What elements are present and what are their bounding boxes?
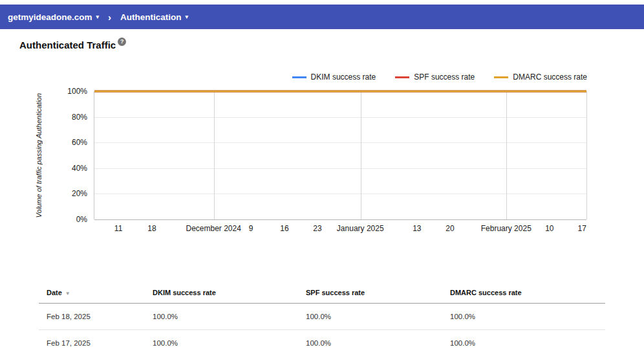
- domain-selector-label: getmyideadone.com: [8, 12, 92, 22]
- x-axis-labels: 1118December 202491623January 20251320Fe…: [94, 224, 586, 233]
- help-question-mark: ?: [120, 39, 124, 45]
- x-tick-label: 18: [147, 224, 156, 233]
- chevron-down-icon: ▾: [96, 14, 100, 20]
- help-icon[interactable]: ?: [118, 38, 126, 46]
- table-row: Feb 18, 2025100.0%100.0%100.0%: [39, 304, 605, 330]
- x-tick-label: 13: [413, 224, 421, 233]
- legend-item: DKIM success rate: [292, 72, 376, 82]
- legend-swatch: [494, 76, 508, 78]
- legend-swatch: [292, 76, 306, 78]
- x-tick-label: 20: [445, 224, 454, 233]
- x-tick-label: December 2024: [186, 224, 241, 233]
- table-row: Feb 17, 2025100.0%100.0%100.0%: [39, 330, 605, 356]
- x-tick-label: 23: [313, 224, 321, 233]
- section-selector[interactable]: Authentication ▾: [120, 12, 188, 22]
- y-tick-label: 60%: [72, 138, 87, 147]
- chart-plot: [94, 91, 586, 219]
- domain-selector[interactable]: getmyideadone.com ▾: [8, 12, 99, 22]
- table-cell: 100.0%: [153, 313, 306, 320]
- topbar: getmyideadone.com ▾ › Authentication ▾: [0, 5, 644, 29]
- table-cell: Feb 18, 2025: [47, 313, 153, 320]
- y-tick-label: 80%: [72, 113, 87, 122]
- x-tick-label: 17: [577, 224, 586, 233]
- column-header[interactable]: Date▼: [47, 289, 153, 296]
- table-cell: 100.0%: [306, 339, 450, 347]
- y-axis-title-text: Volume of traffic passing Authentication: [35, 93, 43, 217]
- table-body: Feb 18, 2025100.0%100.0%100.0%Feb 17, 20…: [39, 304, 605, 356]
- x-tick-label: 11: [114, 224, 122, 233]
- chart-legend: DKIM success rateSPF success rateDMARC s…: [292, 72, 587, 82]
- legend-item: DMARC success rate: [494, 72, 587, 82]
- column-header[interactable]: SPF success rate: [306, 289, 450, 296]
- sort-descending-icon[interactable]: ▼: [65, 291, 70, 296]
- h-gridline: [94, 219, 586, 220]
- x-tick-label: January 2025: [337, 224, 384, 233]
- table-cell: 100.0%: [450, 313, 605, 320]
- section-selector-label: Authentication: [120, 12, 182, 22]
- y-tick-label: 20%: [72, 189, 87, 198]
- legend-label: SPF success rate: [414, 72, 475, 82]
- x-tick-label: 9: [249, 224, 253, 233]
- table-header-row: Date▼DKIM success rateSPF success rateDM…: [39, 282, 605, 304]
- y-tick-label: 0%: [76, 215, 87, 224]
- table-cell: 100.0%: [306, 313, 450, 320]
- y-axis-title: Volume of traffic passing Authentication: [34, 91, 44, 219]
- y-tick-label: 100%: [67, 87, 87, 96]
- legend-swatch: [395, 76, 409, 78]
- x-tick-label: 10: [545, 224, 553, 233]
- breadcrumb-chevron-icon: ›: [108, 12, 111, 23]
- x-tick-label: 16: [280, 224, 288, 233]
- traffic-table: Date▼DKIM success rateSPF success rateDM…: [39, 282, 605, 356]
- page-title: Authenticated Traffic: [19, 39, 116, 50]
- table-cell: Feb 17, 2025: [47, 339, 153, 347]
- legend-item: SPF success rate: [395, 72, 475, 82]
- legend-label: DMARC success rate: [513, 72, 587, 82]
- table-cell: 100.0%: [450, 339, 605, 347]
- chevron-down-icon: ▾: [186, 14, 189, 20]
- y-axis-labels: 100%80%60%40%20%0%: [48, 91, 87, 219]
- legend-label: DKIM success rate: [311, 72, 376, 82]
- v-gridline: [586, 91, 587, 219]
- series-lines: [94, 91, 586, 219]
- page-title-row: Authenticated Traffic ?: [19, 39, 126, 50]
- table-cell: 100.0%: [153, 339, 306, 347]
- column-header[interactable]: DMARC success rate: [450, 289, 605, 296]
- x-tick-label: February 2025: [481, 224, 531, 233]
- y-tick-label: 40%: [72, 164, 87, 173]
- column-header[interactable]: DKIM success rate: [153, 289, 306, 296]
